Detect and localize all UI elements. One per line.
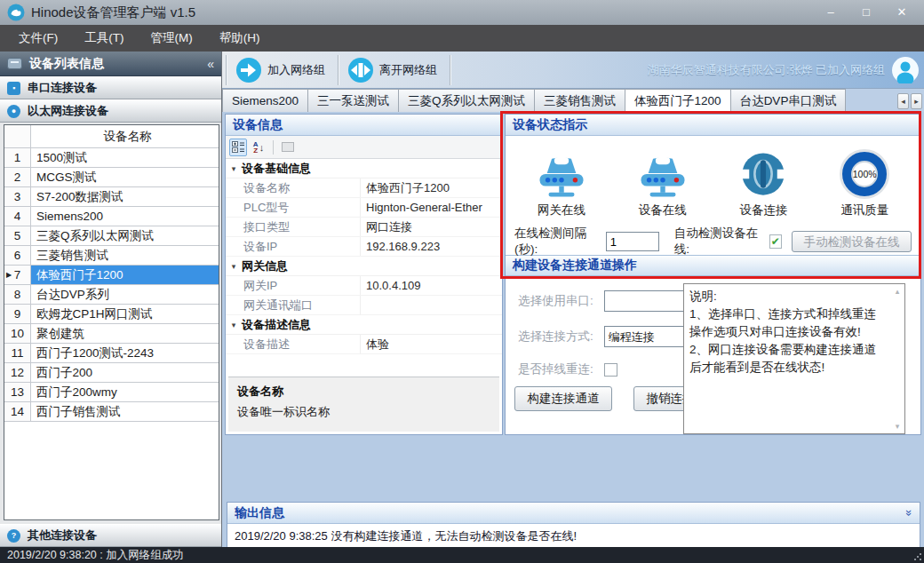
table-row[interactable]: 6三菱销售测试: [4, 246, 219, 266]
build-channel-button[interactable]: 构建连接通道: [514, 386, 612, 411]
interval-input[interactable]: [606, 232, 659, 251]
table-row[interactable]: 12西门子200: [4, 363, 219, 383]
device-name-cell[interactable]: 西门子200wmy: [31, 383, 219, 401]
category-row[interactable]: ▾网关信息: [226, 257, 502, 276]
scroll-down-icon[interactable]: ▾: [896, 422, 900, 431]
table-row[interactable]: 2MCGS测试: [4, 168, 219, 187]
table-row[interactable]: 8台达DVP系列: [4, 285, 219, 305]
property-row[interactable]: 设备名称体验西门子1200: [226, 178, 502, 198]
device-name-cell[interactable]: 西门子1200测试-2243: [31, 344, 219, 362]
alphabetical-sort-icon[interactable]: AZ↓: [250, 139, 267, 156]
property-row[interactable]: 网关IP10.0.4.109: [226, 276, 502, 296]
sidebar-item-ethernet-devices[interactable]: ● 以太网连接设备: [0, 99, 221, 123]
device-name-cell[interactable]: 体验西门子1200: [31, 266, 219, 284]
manual-detect-button[interactable]: 手动检测设备在线: [792, 231, 912, 252]
sidebar-title: 设备列表信息: [29, 56, 104, 72]
window-title: Hinode设备管理客户端 v1.5: [31, 4, 195, 21]
device-info-panel: 设备信息 AZ↓: [225, 114, 503, 435]
maximize-button[interactable]: □: [858, 0, 874, 25]
row-number: 4: [4, 207, 31, 226]
device-name-cell[interactable]: S7-200数据测试: [31, 187, 219, 206]
app-logo-icon: [7, 4, 25, 21]
chevron-down-icon[interactable]: ▾: [226, 164, 242, 173]
property-label: 接口类型: [226, 218, 361, 236]
tab[interactable]: 三一泵送测试: [307, 89, 399, 112]
category-row[interactable]: ▾设备描述信息: [226, 315, 502, 335]
leave-network-button[interactable]: 离开网络组: [342, 54, 446, 86]
menu-item[interactable]: 文件(F): [5, 25, 71, 52]
property-row[interactable]: 接口类型网口连接: [226, 218, 502, 237]
table-row[interactable]: 14西门子销售测试: [4, 402, 219, 422]
scroll-up-icon[interactable]: ▴: [896, 287, 900, 296]
tab[interactable]: 三菱销售测试: [534, 89, 625, 112]
minimize-button[interactable]: –: [823, 0, 839, 25]
menu-item[interactable]: 工具(T): [71, 25, 137, 52]
category-row[interactable]: ▾设备基础信息: [226, 159, 502, 178]
property-value: 体验西门子1200: [361, 178, 502, 197]
avatar[interactable]: [892, 57, 919, 83]
tab[interactable]: Siemens200: [222, 89, 308, 112]
toolbar-separator: [226, 55, 227, 85]
row-header-column: [4, 125, 31, 147]
app-window: Hinode设备管理客户端 v1.5 – □ ✕ 文件(F)工具(T)管理(M)…: [0, 0, 924, 563]
sidebar-item-other-devices[interactable]: ? 其他连接设备: [0, 524, 221, 547]
table-row[interactable]: 11500测试: [4, 148, 219, 168]
resize-grip[interactable]: [913, 552, 922, 561]
row-number: 8: [4, 285, 31, 304]
sidebar-item-serial-devices[interactable]: ▪ 串口连接设备: [0, 76, 221, 99]
tab[interactable]: 体验西门子1200: [625, 89, 731, 112]
property-row[interactable]: 设备描述体验: [226, 335, 502, 354]
tab-scroll-left-icon[interactable]: ◂: [897, 93, 909, 109]
property-label: 设备IP: [226, 237, 361, 256]
device-name-cell[interactable]: 三菱销售测试: [31, 246, 219, 265]
category-label: 设备描述信息: [242, 317, 311, 333]
device-name-cell[interactable]: MCGS测试: [31, 168, 219, 186]
property-row[interactable]: 设备IP192.168.9.223: [226, 237, 502, 257]
comm-quality-gauge-icon: 100%: [840, 149, 889, 199]
toolbar-separator: [273, 140, 274, 155]
close-button[interactable]: ✕: [894, 0, 910, 25]
table-row[interactable]: ▶7体验西门子1200: [4, 266, 219, 285]
device-name-cell[interactable]: 台达DVP系列: [31, 285, 219, 304]
device-name-cell[interactable]: 欧姆龙CP1H网口测试: [31, 305, 219, 323]
chevron-down-icon[interactable]: ▾: [226, 262, 242, 271]
device-name-cell[interactable]: 三菱Q系列以太网测试: [31, 226, 219, 245]
tab[interactable]: 台达DVP串口测试: [730, 89, 847, 112]
device-name-cell[interactable]: 西门子销售测试: [31, 402, 219, 421]
property-row[interactable]: PLC型号Hignton-General-Ether: [226, 198, 502, 218]
table-row[interactable]: 11西门子1200测试-2243: [4, 344, 219, 363]
property-description-box: 设备名称 设备唯一标识名称: [228, 377, 499, 432]
device-name-cell[interactable]: Siemens200: [31, 207, 219, 226]
indicator-label: 网关在线: [538, 202, 585, 218]
device-name-header: 设备名称: [31, 125, 219, 147]
menu-item[interactable]: 帮助(H): [206, 25, 274, 52]
table-row[interactable]: 10聚创建筑: [4, 324, 219, 344]
sidebar-header: 设备列表信息 «: [0, 52, 221, 76]
device-name-cell[interactable]: 1500测试: [31, 148, 219, 167]
collapse-output-icon[interactable]: »: [903, 510, 916, 516]
table-row[interactable]: 4Siemens200: [4, 207, 219, 226]
scrollbar[interactable]: ▴ ▾: [890, 284, 904, 433]
title-bar: Hinode设备管理客户端 v1.5 – □ ✕: [0, 0, 924, 25]
join-network-button[interactable]: 加入网络组: [230, 54, 334, 86]
tab-scroll-right-icon[interactable]: ▸: [911, 93, 922, 109]
chevron-down-icon[interactable]: ▾: [226, 321, 242, 329]
note-line: 1、选择串口、连接方式和掉线重连操作选项只对串口连接设备有效!: [689, 305, 885, 341]
property-pages-icon: [279, 139, 297, 156]
table-row[interactable]: 3S7-200数据测试: [4, 187, 219, 207]
table-row[interactable]: 13西门子200wmy: [4, 383, 219, 402]
device-name-cell[interactable]: 西门子200: [31, 363, 219, 382]
reconnect-checkbox[interactable]: [604, 363, 617, 377]
table-row[interactable]: 5三菱Q系列以太网测试: [4, 226, 219, 246]
categorized-view-icon[interactable]: [229, 139, 247, 156]
tab[interactable]: 三菱Q系列以太网测试: [398, 89, 535, 112]
property-row[interactable]: 网关通讯端口: [226, 296, 502, 315]
status-message: 2019/2/20 9:38:20 : 加入网络组成功: [7, 548, 184, 563]
table-row[interactable]: 9欧姆龙CP1H网口测试: [4, 305, 219, 324]
collapse-sidebar-icon[interactable]: «: [207, 57, 214, 71]
status-panel-header: 设备状态指示: [506, 115, 920, 136]
menu-item[interactable]: 管理(M): [138, 25, 206, 52]
device-name-cell[interactable]: 聚创建筑: [31, 324, 219, 343]
status-indicators: 网关在线 设备在线: [506, 136, 920, 228]
auto-detect-checkbox[interactable]: ✔: [769, 234, 783, 249]
